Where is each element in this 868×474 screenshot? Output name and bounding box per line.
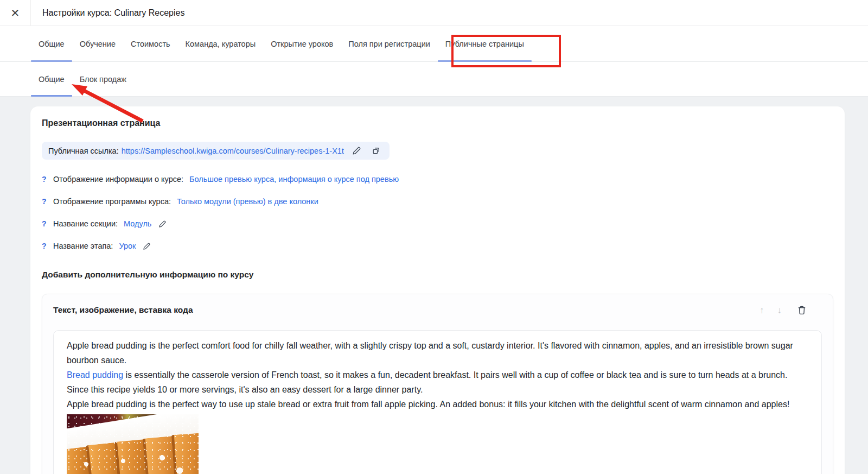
row-label: Название секции:: [53, 219, 118, 228]
tab-publichnye-stranicy[interactable]: Публичные страницы: [438, 26, 532, 61]
row-stage-name: ? Название этапа: Урок: [42, 241, 833, 251]
tab-stoimost[interactable]: Стоимость: [123, 26, 178, 61]
help-icon[interactable]: ?: [42, 219, 47, 228]
stage-name-link[interactable]: Урок: [119, 242, 136, 250]
help-icon[interactable]: ?: [42, 242, 47, 250]
paragraph-2: Bread pudding is essentially the cassero…: [67, 368, 808, 397]
widget-actions: ↑ ↓: [760, 305, 822, 315]
edit-link-icon[interactable]: [350, 146, 363, 155]
row-course-program-display: ? Отображение программы курса: Только мо…: [42, 196, 833, 207]
tab-obuchenie[interactable]: Обучение: [72, 26, 123, 61]
row-section-name: ? Название секции: Модуль: [42, 218, 833, 229]
row-label: Отображение информации о курсе:: [53, 175, 183, 184]
main-tab-bar: Общие Обучение Стоимость Команда, курато…: [0, 26, 868, 62]
copy-link-icon[interactable]: [369, 146, 383, 155]
presentation-page-title: Презентационная страница: [42, 118, 833, 128]
move-down-icon[interactable]: ↓: [777, 306, 782, 315]
course-display-settings: ? Отображение информации о курсе: Большо…: [42, 174, 833, 251]
header-divider: [30, 0, 31, 26]
bread-pudding-link[interactable]: Bread pudding: [67, 370, 123, 380]
public-link-url[interactable]: https://Sampleschool.kwiga.com/courses/C…: [122, 147, 344, 155]
edit-section-name-icon[interactable]: [157, 220, 168, 228]
tab-komanda-kuratory[interactable]: Команда, кураторы: [178, 26, 264, 61]
row-course-info-display: ? Отображение информации о курсе: Большо…: [42, 174, 833, 185]
help-icon[interactable]: ?: [42, 197, 47, 206]
tab-polya-pri-registracii[interactable]: Поля при регистрации: [341, 26, 438, 61]
settings-card: Презентационная страница Публичная ссылк…: [30, 106, 845, 474]
help-icon[interactable]: ?: [42, 175, 47, 184]
widget-text-content: Apple bread pudding is the perfect comfo…: [53, 330, 822, 474]
move-up-icon[interactable]: ↑: [760, 306, 764, 315]
modal-header: ✕ Настройки курса: Culinary Recepies: [0, 0, 868, 26]
tab-otkrytie-urokov[interactable]: Открытие уроков: [263, 26, 341, 61]
row-label: Название этапа:: [53, 242, 113, 250]
course-program-display-link[interactable]: Только модули (превью) в две колонки: [177, 197, 318, 206]
subtab-blok-prodazh[interactable]: Блок продаж: [72, 62, 134, 96]
public-link-label: Публичная ссылка:: [48, 147, 119, 155]
tab-obshchie[interactable]: Общие: [31, 26, 72, 61]
widget-header: Текст, изображение, вставка кода ↑ ↓: [53, 305, 822, 315]
paragraph-3: Apple bread pudding is the perfect way t…: [67, 397, 808, 412]
close-icon[interactable]: ✕: [0, 0, 30, 26]
public-link-banner: Публичная ссылка: https://Sampleschool.k…: [42, 142, 390, 160]
additional-info-title: Добавить дополнительную информацию по ку…: [42, 270, 833, 280]
paragraph-1: Apple bread pudding is the perfect comfo…: [67, 338, 808, 368]
paragraph-2-text: is essentially the casserole version of …: [67, 370, 787, 394]
row-label: Отображение программы курса:: [53, 197, 171, 206]
main-content: Презентационная страница Публичная ссылк…: [0, 97, 868, 474]
trash-icon[interactable]: [795, 305, 809, 315]
sub-tab-bar: Общие Блок продаж: [0, 62, 868, 97]
section-name-link[interactable]: Модуль: [124, 219, 151, 228]
bread-pudding-image: [67, 414, 199, 474]
powdered-sugar-overlay: [67, 414, 199, 474]
content-widget-card: Текст, изображение, вставка кода ↑ ↓ App…: [42, 294, 833, 474]
page-title: Настройки курса: Culinary Recepies: [42, 8, 184, 18]
course-info-display-link[interactable]: Большое превью курса, информация о курсе…: [189, 175, 399, 184]
widget-title: Текст, изображение, вставка кода: [53, 305, 193, 315]
edit-stage-name-icon[interactable]: [142, 242, 152, 250]
subtab-obshchie[interactable]: Общие: [31, 62, 72, 96]
